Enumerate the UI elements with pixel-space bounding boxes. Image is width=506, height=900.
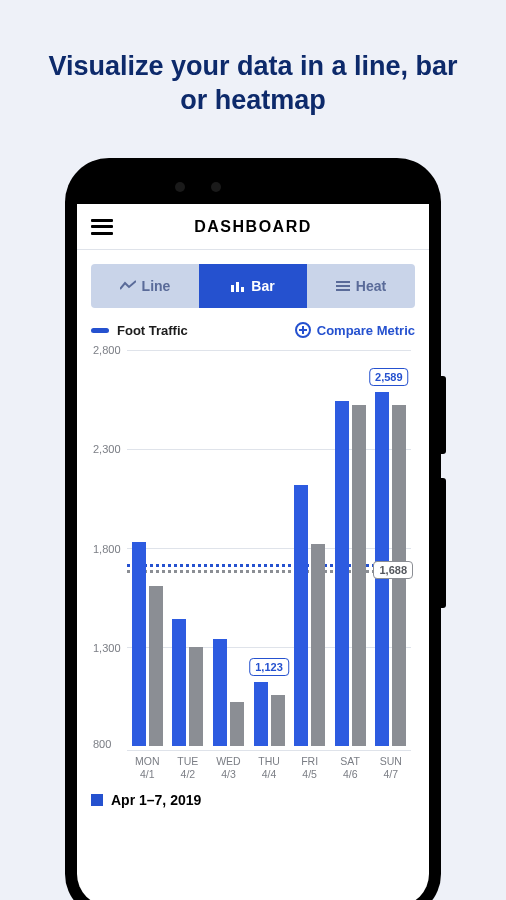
bar-secondary bbox=[311, 544, 325, 746]
bar-secondary bbox=[271, 695, 285, 746]
y-tick: 800 bbox=[93, 738, 111, 750]
bar-secondary bbox=[352, 405, 366, 746]
x-tick: SAT4/6 bbox=[330, 751, 371, 784]
tab-line[interactable]: Line bbox=[91, 264, 199, 308]
phone-volume-button bbox=[441, 478, 446, 608]
tab-bar[interactable]: Bar bbox=[199, 264, 307, 308]
tab-bar-label: Bar bbox=[251, 278, 274, 294]
phone-power-button bbox=[441, 376, 446, 454]
y-tick: 1,300 bbox=[93, 642, 121, 654]
legend-primary-label: Foot Traffic bbox=[117, 323, 188, 338]
compare-metric-button[interactable]: Compare Metric bbox=[295, 322, 415, 338]
svg-rect-0 bbox=[231, 285, 234, 292]
svg-rect-1 bbox=[236, 282, 239, 292]
bar-primary bbox=[213, 639, 227, 746]
tab-heat[interactable]: Heat bbox=[307, 264, 415, 308]
bar-group-tue bbox=[168, 350, 209, 746]
svg-rect-2 bbox=[241, 287, 244, 292]
phone-frame: DASHBOARD Line Bar bbox=[65, 158, 441, 900]
bar-primary bbox=[254, 682, 268, 746]
callout-sun: 2,589 bbox=[369, 368, 409, 386]
y-tick: 1,800 bbox=[93, 543, 121, 555]
bar-primary bbox=[335, 401, 349, 746]
y-tick: 2,300 bbox=[93, 443, 121, 455]
x-tick: THU4/4 bbox=[249, 751, 290, 784]
app-title: DASHBOARD bbox=[91, 218, 415, 236]
tab-line-label: Line bbox=[142, 278, 171, 294]
bar-group-sun: 2,589 bbox=[370, 350, 411, 746]
x-tick: SUN4/7 bbox=[370, 751, 411, 784]
bar-secondary bbox=[189, 647, 203, 746]
bar-group-sat bbox=[330, 350, 371, 746]
x-tick: FRI4/5 bbox=[289, 751, 330, 784]
chart-type-segmented: Line Bar Heat bbox=[91, 264, 415, 308]
app-header: DASHBOARD bbox=[77, 204, 429, 250]
y-tick: 2,800 bbox=[93, 344, 121, 356]
plot-area: 1,123 2,589 bbox=[127, 350, 411, 746]
x-tick: TUE4/2 bbox=[168, 751, 209, 784]
marketing-headline: Visualize your data in a line, bar or he… bbox=[0, 0, 506, 148]
bar-secondary bbox=[149, 586, 163, 746]
line-icon bbox=[120, 280, 136, 292]
x-axis: MON4/1 TUE4/2 WED4/3 THU4/4 FRI4/5 SAT4/… bbox=[127, 750, 411, 784]
compare-label: Compare Metric bbox=[317, 323, 415, 338]
x-tick: MON4/1 bbox=[127, 751, 168, 784]
date-swatch-icon bbox=[91, 794, 103, 806]
legend-swatch-icon bbox=[91, 328, 109, 333]
chart: 2,800 2,300 1,800 1,300 800 bbox=[91, 344, 415, 784]
callout-avg-secondary: 1,688 bbox=[373, 561, 413, 579]
heat-icon bbox=[336, 281, 350, 291]
bar-group-thu: 1,123 bbox=[249, 350, 290, 746]
plus-circle-icon bbox=[295, 322, 311, 338]
bar-group-mon bbox=[127, 350, 168, 746]
legend-row: Foot Traffic Compare Metric bbox=[91, 322, 415, 338]
bar-icon bbox=[231, 280, 245, 292]
dashboard-content: Line Bar Heat Foot T bbox=[77, 250, 429, 808]
date-range-footer: Apr 1–7, 2019 bbox=[91, 792, 415, 808]
bar-secondary bbox=[230, 702, 244, 746]
bar-primary bbox=[294, 485, 308, 746]
bar-group-fri bbox=[289, 350, 330, 746]
date-range-label: Apr 1–7, 2019 bbox=[111, 792, 201, 808]
bar-primary bbox=[132, 542, 146, 746]
bar-primary bbox=[172, 619, 186, 746]
bar-group-wed bbox=[208, 350, 249, 746]
phone-screen: DASHBOARD Line Bar bbox=[77, 204, 429, 900]
tab-heat-label: Heat bbox=[356, 278, 386, 294]
legend-primary: Foot Traffic bbox=[91, 323, 188, 338]
x-tick: WED4/3 bbox=[208, 751, 249, 784]
callout-thu: 1,123 bbox=[249, 658, 289, 676]
